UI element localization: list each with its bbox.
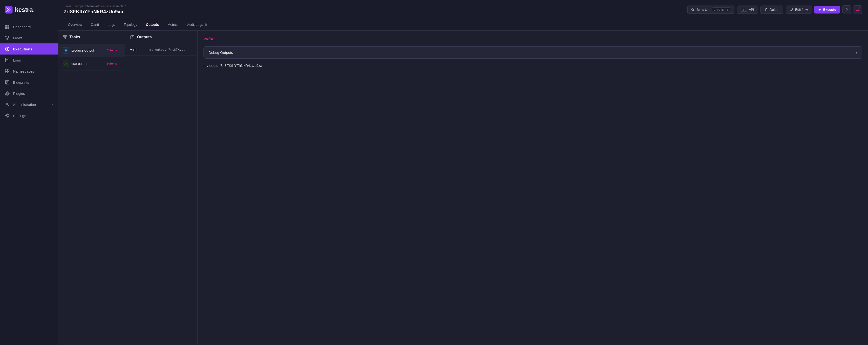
delete-button-label: Delete	[770, 8, 779, 11]
value-panel-title: value	[204, 36, 862, 41]
api-button-label: API	[749, 8, 754, 11]
tasks-panel-header: Tasks	[58, 31, 125, 44]
main-content: Flows / company.team.task_outputs_exampl…	[58, 0, 868, 345]
execute-icon	[818, 8, 822, 11]
header-actions: Jump to... Ctrl/Cmd + K RPI API Delete E…	[687, 5, 862, 14]
task-item-use-output[interactable]: LOG use-output 0 items ›	[58, 57, 125, 70]
output-row-value[interactable]: value my output 7rt8FK...	[125, 44, 197, 56]
execute-button[interactable]: Execute	[814, 6, 840, 13]
sidebar-item-blueprints[interactable]: Blueprints	[0, 77, 58, 88]
sidebar-item-plugins-label: Plugins	[13, 91, 25, 95]
value-panel: value Debug Outputs › my output 7rt8FKth…	[198, 31, 868, 345]
blueprints-icon	[5, 80, 10, 85]
logo-dot: .	[33, 6, 34, 13]
tab-overview-label: Overview	[68, 23, 82, 27]
api-button[interactable]: RPI API	[737, 5, 758, 14]
kestra-logo-icon	[5, 6, 12, 13]
debug-outputs-card[interactable]: Debug Outputs ›	[204, 46, 862, 59]
svg-rect-46	[64, 38, 66, 39]
task-use-output-name: use-output	[71, 62, 105, 66]
tasks-panel-icon	[63, 35, 67, 39]
svg-rect-4	[7, 27, 9, 29]
logs-icon	[5, 58, 10, 62]
value-content: my output 7rt8FKthYFhNkR4zUu9xa	[204, 63, 862, 67]
task-item-produce-output[interactable]: ⊞ produce-output 1 items ›	[58, 44, 125, 57]
edit-flow-button[interactable]: Edit flow	[786, 5, 812, 14]
tab-metrics[interactable]: Metrics	[163, 19, 183, 30]
breadcrumb-namespace[interactable]: company.team.task_outputs_example	[75, 5, 123, 8]
svg-rect-7	[6, 38, 8, 39]
sidebar-item-administration-label: Administration	[13, 103, 36, 107]
tab-gantt[interactable]: Gantt	[86, 19, 103, 30]
tab-metrics-label: Metrics	[167, 23, 179, 27]
svg-rect-23	[5, 69, 7, 71]
sidebar-item-dashboard[interactable]: Dashboard	[0, 21, 58, 32]
content-area: Tasks ⊞ produce-output 1 items › LOG use…	[58, 31, 868, 345]
page-title: 7rt8FKthYFhNkR4zUu9xa	[64, 9, 126, 15]
edit-icon	[790, 8, 793, 11]
svg-rect-25	[5, 71, 7, 73]
sidebar-item-executions[interactable]: Executions	[0, 44, 58, 55]
delete-button[interactable]: Delete	[761, 5, 783, 14]
svg-rect-41	[65, 35, 66, 36]
tab-gantt-label: Gantt	[91, 23, 99, 27]
execute-button-label: Execute	[823, 8, 836, 11]
tab-audit-logs[interactable]: Audit Logs 🔒	[183, 19, 212, 30]
executions-icon	[5, 47, 10, 51]
tab-outputs-label: Outputs	[146, 23, 159, 27]
help-button[interactable]: ?	[842, 5, 851, 14]
top-header: Flows / company.team.task_outputs_exampl…	[58, 0, 868, 19]
output-key-value: value	[130, 48, 145, 52]
notification-button[interactable]	[854, 5, 862, 14]
namespaces-icon	[5, 69, 10, 74]
task-produce-output-chevron: ›	[119, 49, 120, 52]
sidebar-nav: Dashboard Flows	[0, 19, 58, 345]
task-output-icon: ⊞	[63, 47, 69, 54]
trash-icon	[765, 8, 768, 11]
settings-icon	[5, 113, 10, 118]
svg-point-14	[6, 48, 8, 50]
search-icon	[691, 8, 694, 11]
logo: kestra.	[0, 0, 58, 19]
dashboard-icon	[5, 24, 10, 29]
notification-dot	[859, 7, 861, 9]
sidebar-item-administration[interactable]: Administration ›	[0, 99, 58, 110]
tab-outputs[interactable]: Outputs	[142, 19, 163, 30]
sidebar-item-logs[interactable]: Logs	[0, 55, 58, 66]
output-value-text: my output 7rt8FK...	[150, 48, 185, 52]
breadcrumb-sep-1: /	[72, 5, 73, 8]
task-produce-output-name: produce-output	[71, 49, 105, 52]
sidebar-item-settings[interactable]: Settings	[0, 110, 58, 121]
breadcrumb-flows[interactable]: Flows	[64, 5, 71, 8]
tab-topology-label: Topology	[124, 23, 137, 27]
outputs-panel-title: Outputs	[137, 35, 152, 39]
tab-topology[interactable]: Topology	[119, 19, 142, 30]
sidebar-item-namespaces[interactable]: Namespaces	[0, 66, 58, 77]
svg-rect-6	[8, 36, 9, 37]
sidebar-item-executions-label: Executions	[13, 47, 32, 51]
tasks-panel: Tasks ⊞ produce-output 1 items › LOG use…	[58, 31, 125, 345]
svg-rect-40	[63, 35, 65, 36]
sidebar-item-blueprints-label: Blueprints	[13, 80, 29, 84]
sidebar-item-flows[interactable]: Flows	[0, 32, 58, 44]
tabs-bar: Overview Gantt Logs Topology Outputs Met…	[58, 19, 868, 31]
outputs-panel: Outputs value my output 7rt8FK...	[125, 31, 198, 345]
svg-line-36	[792, 9, 793, 9]
outputs-panel-icon	[130, 35, 134, 39]
tab-overview[interactable]: Overview	[64, 19, 86, 30]
svg-rect-3	[5, 27, 7, 29]
tab-logs[interactable]: Logs	[103, 19, 119, 30]
lock-icon: 🔒	[204, 23, 208, 26]
sidebar-item-flows-label: Flows	[13, 36, 23, 40]
flows-icon	[5, 35, 10, 40]
breadcrumb-sep-2: /	[125, 5, 126, 8]
svg-rect-5	[5, 36, 6, 37]
search-shortcut: Ctrl/Cmd + K	[712, 7, 731, 12]
edit-flow-button-label: Edit flow	[795, 8, 808, 11]
svg-point-34	[691, 8, 694, 10]
search-box[interactable]: Jump to... Ctrl/Cmd + K	[687, 5, 734, 14]
breadcrumb: Flows / company.team.task_outputs_exampl…	[64, 5, 126, 8]
task-use-output-count: 0 items	[107, 62, 117, 65]
sidebar-item-plugins[interactable]: Plugins	[0, 88, 58, 99]
header-left: Flows / company.team.task_outputs_exampl…	[64, 5, 126, 15]
